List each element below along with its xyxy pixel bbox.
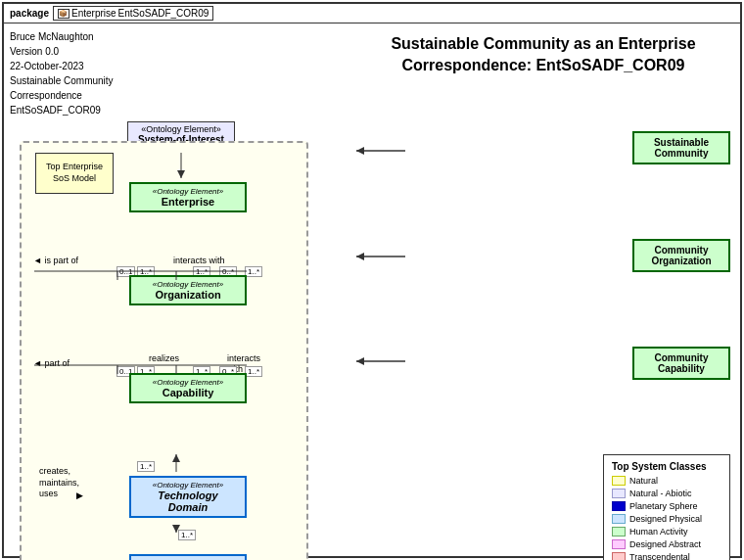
- legend-human-activity: Human Activity: [612, 527, 721, 537]
- package-name-box: 📦 Enterprise EntSoSADF_COR09: [53, 6, 213, 21]
- creates-arrow: ▶: [76, 490, 83, 500]
- planetary-label: Planetary Sphere: [629, 501, 698, 511]
- meta-info: Bruce McNaughton Version 0.0 22-October-…: [10, 29, 341, 117]
- cap-stereotype: «Ontology Element»: [134, 378, 242, 387]
- title-line1: Sustainable Community as an Enterprise: [352, 33, 734, 55]
- td-name: TechnologyDomain: [134, 490, 242, 513]
- org-stereotype: «Ontology Element»: [134, 280, 242, 289]
- natural-abiotic-swatch: [612, 489, 626, 498]
- right-panel: Sustainable Community as an Enterprise C…: [347, 23, 740, 554]
- cap-box: «Ontology Element» Capability: [129, 373, 247, 403]
- designed-physical-swatch: [612, 514, 626, 524]
- svg-marker-17: [356, 253, 364, 260]
- svg-marker-19: [356, 357, 364, 365]
- title-line2: Correspondence: EntSoSADF_COR09: [352, 55, 734, 76]
- package-icon: 📦: [58, 9, 70, 19]
- cc-box: CommunityCapability: [632, 347, 730, 380]
- designed-physical-label: Designed Physical: [629, 514, 702, 524]
- natural-swatch: [612, 476, 626, 486]
- package-enterprise: Enterprise: [71, 8, 116, 19]
- legend-natural-abiotic: Natural - Abiotic: [612, 489, 721, 498]
- org-box: «Ontology Element» Organization: [129, 275, 247, 305]
- enterprise-container: Top EnterpriseSoS Model «Ontology Elemen…: [20, 141, 308, 560]
- sos-model-box: Top EnterpriseSoS Model: [35, 153, 114, 194]
- legend-designed-abstract: Designed Abstract: [612, 539, 721, 549]
- human-activity-swatch: [612, 527, 626, 537]
- package-sub: EntSoSADF_COR09: [118, 8, 209, 19]
- desc1: Sustainable Community: [10, 73, 341, 88]
- desc2: Correspondence: [10, 88, 341, 103]
- td-box: «Ontology Element» TechnologyDomain: [129, 476, 247, 518]
- legend-designed-physical: Designed Physical: [612, 514, 721, 524]
- planetary-swatch: [612, 501, 626, 511]
- legend-transcendental: Transcendental: [612, 552, 721, 560]
- legend-planetary: Planetary Sphere: [612, 501, 721, 511]
- mult-1s-8: 1..*: [178, 530, 196, 540]
- legend: Top System Classes Natural Natural - Abi…: [603, 454, 730, 560]
- title-area: Sustainable Community as an Enterprise C…: [352, 29, 734, 77]
- legend-natural: Natural: [612, 476, 721, 486]
- interacts-with-label: interacts with: [173, 256, 225, 265]
- enterprise-name: Enterprise: [134, 196, 242, 208]
- designed-abstract-swatch: [612, 539, 626, 549]
- sc-label: SustainableCommunity: [654, 137, 709, 159]
- part-of-label: ◄ part of: [33, 358, 70, 368]
- human-activity-label: Human Activity: [629, 527, 688, 537]
- natural-abiotic-label: Natural - Abiotic: [629, 489, 692, 498]
- realizes-label: realizes: [149, 353, 179, 363]
- version: Version 0.0: [10, 44, 341, 59]
- natural-label: Natural: [629, 476, 658, 486]
- transcendental-label: Transcendental: [629, 552, 690, 560]
- td-stereotype: «Ontology Element»: [134, 481, 242, 490]
- designed-abstract-label: Designed Abstract: [629, 539, 701, 549]
- main-window: package 📦 Enterprise EntSoSADF_COR09 Bru…: [2, 2, 742, 558]
- package-bar: package 📦 Enterprise EntSoSADF_COR09: [4, 4, 740, 23]
- left-panel: Bruce McNaughton Version 0.0 22-October-…: [4, 23, 347, 554]
- date: 22-October-2023: [10, 59, 341, 73]
- enterprise-stereotype: «Ontology Element»: [134, 187, 242, 196]
- co-box: CommunityOrganization: [632, 239, 730, 272]
- package-keyword: package: [10, 8, 49, 19]
- author: Bruce McNaughton: [10, 29, 341, 44]
- cc-label: CommunityCapability: [655, 352, 709, 374]
- soi-stereotype: «Ontology Element»: [132, 124, 230, 134]
- mult-1s-7: 1..*: [137, 461, 155, 472]
- sos-label: Top EnterpriseSoS Model: [46, 162, 103, 184]
- sc-box: SustainableCommunity: [632, 131, 730, 164]
- enterprise-box: «Ontology Element» Enterprise: [129, 182, 247, 212]
- transcendental-swatch: [612, 552, 626, 560]
- is-part-of-label: ◄ is part of: [33, 256, 78, 265]
- mult-1s-3: 1..*: [245, 266, 262, 277]
- svg-marker-15: [356, 147, 364, 155]
- cap-name: Capability: [134, 387, 242, 398]
- org-name: Organization: [134, 289, 242, 301]
- ts-box: «Ontology Element» Technology System: [129, 554, 247, 560]
- diagram-area: «Ontology Element» System-of-Interest To…: [10, 121, 341, 560]
- mult-1s-6: 1..*: [245, 366, 262, 377]
- desc3: EntSoSADF_COR09: [10, 103, 341, 117]
- co-label: CommunityOrganization: [651, 245, 711, 266]
- main-content: Bruce McNaughton Version 0.0 22-October-…: [4, 23, 740, 554]
- creates-label: creates,maintains,uses: [39, 466, 79, 500]
- legend-title: Top System Classes: [612, 461, 721, 472]
